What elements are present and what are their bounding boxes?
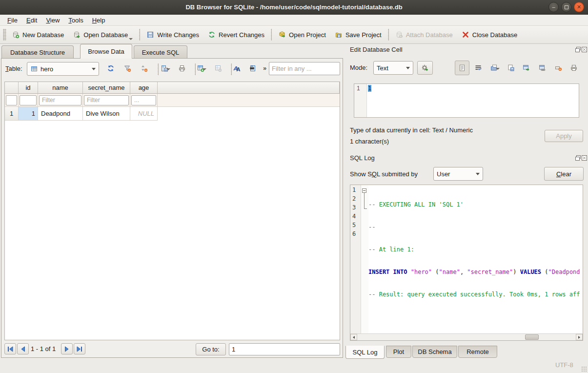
save-project-label: Save Project xyxy=(345,31,382,39)
scroll-left-button[interactable] xyxy=(350,334,357,340)
open-external-icon xyxy=(522,64,530,72)
open-database-button[interactable]: Open Database xyxy=(68,28,137,42)
toolbar-separator xyxy=(388,29,389,41)
close-panel-icon xyxy=(581,47,588,54)
close-panel-button[interactable] xyxy=(581,155,588,161)
filter-input-id[interactable] xyxy=(20,95,37,105)
dock-tab-db-schema[interactable]: DB Schema xyxy=(412,346,457,358)
cell-name[interactable]: Deadpond xyxy=(38,107,83,121)
auto-switch-mode-button[interactable] xyxy=(417,61,433,75)
submitter-select[interactable]: User xyxy=(433,167,483,181)
set-null-button[interactable] xyxy=(554,64,562,72)
close-database-button[interactable]: Close Database xyxy=(457,28,522,42)
goto-button[interactable]: Go to: xyxy=(196,343,226,355)
print-table-button[interactable] xyxy=(178,64,186,72)
export-text-button[interactable] xyxy=(507,64,515,72)
chevron-down-icon xyxy=(476,173,480,175)
row-number[interactable]: 1 xyxy=(5,107,19,121)
last-page-button[interactable] xyxy=(74,343,85,354)
import-text-button[interactable] xyxy=(490,64,500,72)
find-button[interactable] xyxy=(248,64,256,72)
filter-input-age[interactable] xyxy=(131,95,156,105)
fold-margin[interactable] xyxy=(361,185,368,333)
filter-input-name[interactable] xyxy=(39,95,81,105)
format-button[interactable]: AA xyxy=(233,64,241,72)
cell-id[interactable]: 1 xyxy=(19,107,38,121)
tab-browse-data[interactable]: Browse Data xyxy=(80,44,132,59)
clear-filter-button[interactable] xyxy=(123,64,131,72)
fold-collapse-icon[interactable] xyxy=(362,188,366,193)
float-panel-button[interactable] xyxy=(575,155,581,161)
write-changes-icon xyxy=(146,31,154,39)
attach-database-icon xyxy=(395,31,403,39)
new-database-button[interactable]: New Database xyxy=(7,28,68,42)
toolbar-handle[interactable] xyxy=(3,29,6,41)
clear-filter-icon xyxy=(123,64,131,72)
global-filter-input[interactable] xyxy=(269,62,340,75)
goto-input[interactable] xyxy=(229,343,340,355)
close-button[interactable]: ✕ xyxy=(574,2,584,12)
print-cell-button[interactable] xyxy=(570,64,578,72)
import-dropdown-icon xyxy=(496,68,500,70)
horizontal-scrollbar[interactable] xyxy=(350,333,583,340)
cell-age[interactable]: NULL xyxy=(130,107,158,121)
attach-database-button: Attach Database xyxy=(391,28,457,42)
filter-input-corner[interactable] xyxy=(6,95,17,105)
sql-log-panel-title: SQL Log xyxy=(350,154,375,162)
open-external-button[interactable] xyxy=(522,64,530,72)
encoding-label: UTF-8 xyxy=(555,361,573,369)
column-header-id[interactable]: id xyxy=(19,82,38,94)
browse-data-pane: Table: hero AA » id name secret_name xyxy=(1,58,343,358)
dock-tab-remote[interactable]: Remote xyxy=(458,346,497,358)
new-record-dropdown-icon xyxy=(203,68,206,70)
next-page-button[interactable] xyxy=(61,343,73,354)
refresh-button[interactable] xyxy=(107,64,115,72)
filter-input-secret-name[interactable] xyxy=(84,95,129,105)
new-record-button[interactable] xyxy=(197,64,206,72)
revert-changes-button[interactable]: Revert Changes xyxy=(203,28,269,42)
float-panel-button[interactable] xyxy=(575,46,581,53)
write-changes-button[interactable]: Write Changes xyxy=(142,28,203,42)
resize-grip[interactable] xyxy=(581,366,587,372)
copy-link-button[interactable] xyxy=(538,64,546,72)
sql-log-view[interactable]: 1 2 3 4 5 6 -- EXECUTING ALL IN 'SQL 1' … xyxy=(350,185,583,341)
table-select[interactable]: hero xyxy=(27,62,99,76)
first-page-button[interactable] xyxy=(4,343,16,354)
text-mode-button[interactable] xyxy=(455,61,469,75)
menu-file[interactable]: File xyxy=(3,15,22,25)
mode-select[interactable]: Text xyxy=(373,61,413,75)
clear-sort-button[interactable] xyxy=(140,64,148,72)
word-wrap-button[interactable] xyxy=(474,64,482,72)
menu-help[interactable]: Help xyxy=(88,15,110,25)
menu-edit[interactable]: Edit xyxy=(22,15,41,25)
tab-execute-sql[interactable]: Execute SQL xyxy=(134,45,187,59)
column-header-age[interactable]: age xyxy=(130,82,158,94)
scroll-right-button[interactable] xyxy=(576,334,583,340)
dock-tab-plot[interactable]: Plot xyxy=(386,346,411,358)
save-project-button[interactable]: Save Project xyxy=(330,28,386,42)
cell-editor[interactable]: 1 1 xyxy=(354,83,579,118)
title-bar[interactable]: DB Browser for SQLite - /home/user/code/… xyxy=(0,0,588,15)
tab-database-structure[interactable]: Database Structure xyxy=(1,45,74,59)
dock-tab-sql-log[interactable]: SQL Log xyxy=(345,346,385,359)
toolbar-overflow-chevron[interactable]: » xyxy=(263,64,266,72)
app-window: DB Browser for SQLite - /home/user/code/… xyxy=(0,0,588,373)
scroll-thumb[interactable] xyxy=(525,334,539,340)
printer-icon xyxy=(178,64,186,72)
export-table-button[interactable] xyxy=(161,64,170,72)
table-select-value: hero xyxy=(41,65,53,73)
open-project-button[interactable]: Open Project xyxy=(274,28,330,42)
cell-secret-name[interactable]: Dive Wilson xyxy=(83,107,130,121)
column-header-secret-name[interactable]: secret_name xyxy=(83,82,130,94)
menu-view[interactable]: View xyxy=(41,15,64,25)
close-panel-button[interactable] xyxy=(581,46,588,53)
maximize-button[interactable] xyxy=(561,2,571,12)
fold-line xyxy=(364,193,365,208)
menu-tools[interactable]: Tools xyxy=(64,15,87,25)
column-header-name[interactable]: name xyxy=(38,82,83,94)
toolbar-separator xyxy=(231,63,232,75)
minimize-button[interactable]: – xyxy=(548,2,559,12)
link-icon xyxy=(538,64,546,72)
previous-page-button[interactable] xyxy=(17,343,29,354)
clear-log-button[interactable]: Clear xyxy=(544,167,584,181)
